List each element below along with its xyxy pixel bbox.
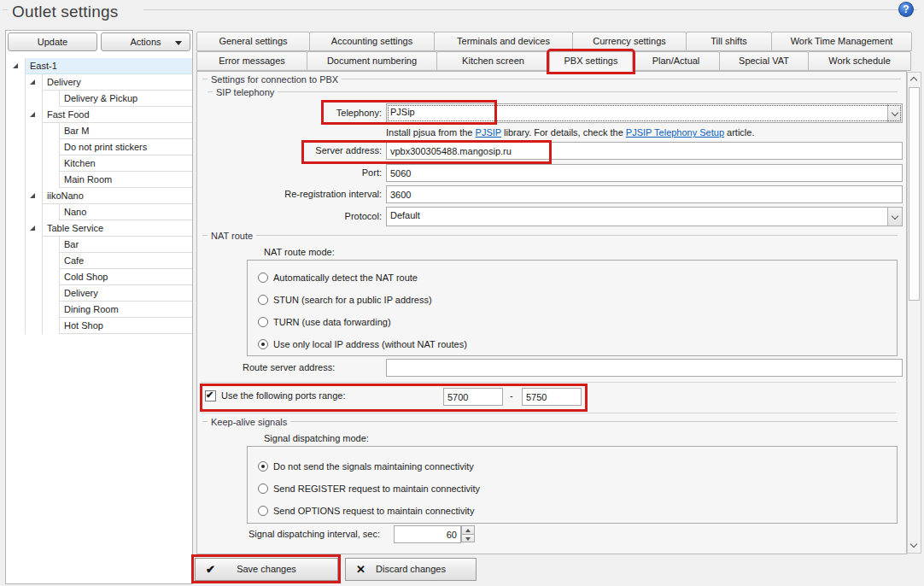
tree-item-delivery-pickup[interactable]: Delivery & Pickup: [6, 91, 192, 107]
tab-row-2: Error messagesDocument numberingKitchen …: [196, 51, 911, 71]
tree-item-cafe[interactable]: Cafe: [6, 253, 192, 269]
tab-plan-actual[interactable]: Plan/Actual: [632, 51, 720, 71]
pjsip-telephony-setup-link[interactable]: PJSIP Telephony Setup: [626, 127, 724, 138]
group-nat-route: NAT route: [202, 230, 898, 241]
radio-icon[interactable]: [258, 295, 268, 305]
radio-selected-icon[interactable]: [258, 339, 268, 349]
tree-item-hot-shop[interactable]: Hot Shop: [6, 318, 192, 334]
tab-accounting-settings[interactable]: Accounting settings: [309, 32, 435, 51]
tree-item-label: Hot Shop: [59, 318, 192, 334]
tree-item-label: Bar M: [59, 123, 192, 139]
radio-icon[interactable]: [258, 317, 268, 327]
tree-item-delivery[interactable]: Delivery: [6, 74, 192, 91]
tree-expanded-icon[interactable]: [13, 63, 18, 68]
scroll-up-button[interactable]: [908, 73, 921, 86]
protocol-select[interactable]: Default: [386, 207, 903, 226]
ports-to-input[interactable]: [522, 388, 582, 406]
telephony-value: PJSip: [390, 107, 415, 117]
tree-item-cold-shop[interactable]: Cold Shop: [6, 269, 192, 285]
ports-range-checkbox[interactable]: [205, 390, 216, 401]
ports-range-separator: -: [510, 390, 513, 401]
group-settings-for-connection: Settings for connection to PBX: [202, 73, 901, 85]
tree-item-do-not-print-stickers[interactable]: Do not print stickers: [6, 139, 192, 155]
signal-dispatch-option-2[interactable]: Send OPTIONS request to maintain connect…: [248, 500, 897, 522]
tab-special-vat[interactable]: Special VAT: [719, 51, 809, 71]
ports-from-input[interactable]: [443, 388, 503, 406]
radio-selected-icon[interactable]: [258, 461, 268, 472]
tab-error-messages[interactable]: Error messages: [196, 51, 307, 71]
route-server-address-input[interactable]: [386, 359, 903, 377]
save-changes-button[interactable]: ✔ Save changes: [195, 558, 338, 581]
tree-item-delivery[interactable]: Delivery: [6, 285, 192, 302]
tree-item-fast-food[interactable]: Fast Food: [6, 107, 192, 123]
actions-button[interactable]: Actions: [101, 32, 190, 51]
tree-item-label: Dining Room: [59, 302, 192, 318]
protocol-dropdown-button[interactable]: [887, 208, 902, 226]
tree-item-table-service[interactable]: Table Service: [6, 220, 192, 237]
discard-changes-button[interactable]: ✕ Discard changes: [345, 558, 477, 581]
radio-icon[interactable]: [258, 483, 268, 494]
nat-route-option-3[interactable]: Use only local IP address (without NAT r…: [248, 333, 897, 355]
radio-option-label: Send OPTIONS request to maintain connect…: [273, 506, 474, 516]
note-text: article.: [724, 127, 754, 138]
vertical-scrollbar[interactable]: [907, 72, 921, 554]
tree-item-nano[interactable]: Nano: [6, 204, 192, 220]
tree-item-iikonano[interactable]: iikoNano: [6, 188, 192, 204]
scrollbar-thumb[interactable]: [909, 87, 920, 301]
update-button[interactable]: Update: [8, 32, 97, 51]
tree-item-east-1[interactable]: East-1: [6, 58, 192, 74]
tree-item-main-room[interactable]: Main Room: [6, 172, 192, 188]
tree-item-kitchen[interactable]: Kitchen: [6, 155, 192, 172]
tree-item-dining-room[interactable]: Dining Room: [6, 302, 192, 318]
protocol-value: Default: [390, 210, 420, 220]
reregistration-interval-input[interactable]: [386, 185, 903, 203]
spinner-down-button[interactable]: [461, 534, 475, 543]
tab-document-numbering[interactable]: Document numbering: [307, 51, 437, 71]
telephony-label: Telephony:: [197, 104, 382, 122]
tab-general-settings[interactable]: General settings: [196, 32, 310, 51]
signal-dispatch-option-0[interactable]: Do not send the signals maintaining conn…: [248, 455, 897, 478]
nat-route-option-0[interactable]: Automatically detect the NAT route: [248, 267, 897, 289]
scroll-down-button[interactable]: [908, 539, 921, 553]
pjsip-install-note: Install pjsua from the PJSIP library. Fo…: [386, 127, 755, 138]
tab-work-schedule[interactable]: Work schedule: [808, 51, 911, 71]
save-changes-label: Save changes: [237, 564, 296, 574]
nat-route-option-1[interactable]: STUN (search for a public IP address): [248, 289, 897, 311]
signal-interval-input[interactable]: [394, 525, 461, 543]
radio-icon[interactable]: [258, 506, 268, 516]
help-icon[interactable]: ?: [898, 2, 914, 17]
signal-dispatch-option-1[interactable]: Send REGISTER request to maintain connec…: [248, 478, 897, 500]
tree-item-label: Main Room: [59, 172, 192, 188]
port-input[interactable]: [386, 164, 903, 182]
pjsip-link[interactable]: PJSIP: [476, 127, 501, 138]
tab-row-1: General settingsAccounting settingsTermi…: [196, 32, 912, 51]
protocol-label: Protocol:: [197, 208, 382, 226]
tab-currency-settings[interactable]: Currency settings: [572, 32, 687, 51]
nat-route-mode-options: Automatically detect the NAT routeSTUN (…: [247, 260, 898, 356]
settings-tab-control: General settingsAccounting settingsTermi…: [196, 32, 924, 586]
server-address-input[interactable]: [386, 142, 903, 160]
tree-expanded-icon[interactable]: [30, 79, 35, 85]
section-divider: [201, 413, 896, 413]
tab-work-time-management[interactable]: Work Time Management: [771, 32, 912, 51]
ports-range-label: Use the following ports range:: [221, 387, 346, 405]
x-icon: ✕: [356, 559, 366, 580]
sidebar-toolbar: Update Actions: [6, 31, 192, 53]
tab-terminals-and-devices[interactable]: Terminals and devices: [434, 32, 573, 51]
tree-expanded-icon[interactable]: [30, 193, 35, 198]
tab-kitchen-screen[interactable]: Kitchen screen: [436, 51, 550, 71]
tab-pbx-settings[interactable]: PBX settings: [549, 51, 633, 72]
nat-route-mode-label: NAT route mode:: [264, 243, 335, 261]
tree-item-bar[interactable]: Bar: [6, 237, 192, 253]
reregistration-interval-label: Re-registration interval:: [197, 185, 382, 203]
nat-route-option-2[interactable]: TURN (use data forwarding): [248, 311, 897, 333]
tree-expanded-icon[interactable]: [30, 226, 35, 231]
actions-button-label: Actions: [130, 37, 161, 47]
tab-till-shifts[interactable]: Till shifts: [686, 32, 772, 51]
telephony-select[interactable]: PJSip: [386, 103, 903, 123]
tree-expanded-icon[interactable]: [30, 112, 35, 117]
telephony-dropdown-button[interactable]: [887, 104, 902, 122]
tree-item-bar-m[interactable]: Bar M: [6, 123, 192, 139]
radio-icon[interactable]: [258, 272, 268, 283]
radio-option-label: TURN (use data forwarding): [273, 317, 391, 327]
